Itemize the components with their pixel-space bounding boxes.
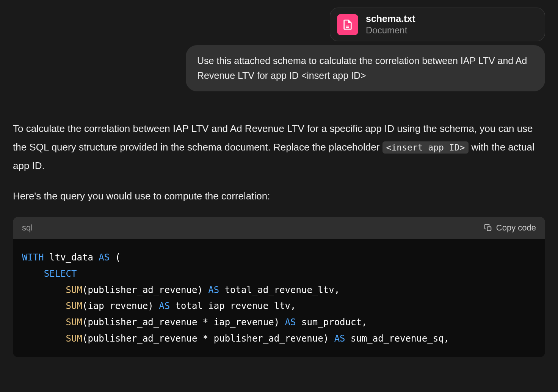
user-section: schema.txt Document Use this attached sc… (13, 8, 545, 91)
assistant-intro2: Here's the query you would use to comput… (13, 187, 545, 205)
attachment-info: schema.txt Document (366, 13, 415, 36)
attachment-type: Document (366, 25, 415, 36)
code-language-label: sql (22, 223, 33, 233)
assistant-section: To calculate the correlation between IAP… (13, 119, 545, 358)
assistant-intro-paragraph: To calculate the correlation between IAP… (13, 119, 545, 176)
code-block: sql Copy code WITH ltv_data AS ( SELECT … (13, 217, 545, 357)
copy-code-label: Copy code (496, 223, 536, 233)
attachment-filename: schema.txt (366, 13, 415, 24)
copy-icon (484, 224, 492, 232)
document-icon (337, 14, 358, 35)
user-message: Use this attached schema to calculate th… (186, 45, 545, 91)
code-content[interactable]: WITH ltv_data AS ( SELECT SUM(publisher_… (13, 239, 545, 357)
svg-rect-0 (487, 227, 491, 230)
code-header: sql Copy code (13, 217, 545, 239)
inline-code-placeholder: <insert app ID> (382, 141, 469, 154)
chat-container: schema.txt Document Use this attached sc… (13, 8, 545, 357)
attachment-card[interactable]: schema.txt Document (330, 8, 545, 41)
copy-code-button[interactable]: Copy code (484, 223, 536, 233)
